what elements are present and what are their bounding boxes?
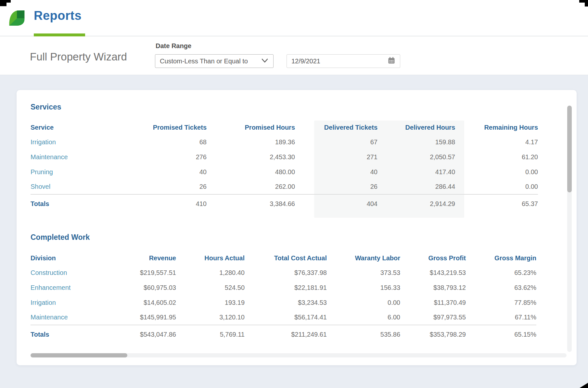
column-header: Revenue <box>97 251 176 265</box>
table-row: Pruning40480.0040417.400.00 <box>31 164 538 179</box>
date-range-type-value: Custom-Less Than or Equal to <box>160 58 248 65</box>
cell-value: 65.15% <box>466 325 536 344</box>
cell-value: 5,769.11 <box>176 325 245 344</box>
cell-value: 68 <box>128 135 207 149</box>
cell-value: 1,280.40 <box>176 265 245 280</box>
cell-value: 0.00 <box>455 164 538 179</box>
row-label-link[interactable]: Construction <box>31 265 97 280</box>
cell-value: 2,914.29 <box>377 194 455 213</box>
completed-work-table: DivisionRevenueHours ActualTotal Cost Ac… <box>31 251 536 344</box>
cell-value: 0.00 <box>455 179 538 194</box>
column-header: Promised Hours <box>207 120 295 135</box>
column-header: Division <box>31 251 97 265</box>
horizontal-scrollbar-track[interactable] <box>31 353 567 357</box>
vertical-scrollbar-thumb[interactable] <box>567 106 572 192</box>
cell-value: $22,181.91 <box>245 280 327 295</box>
cell-value: 77.85% <box>466 295 536 310</box>
date-range-type-select[interactable]: Custom-Less Than or Equal to <box>155 54 274 68</box>
table-row: Enhancement$60,975.03524.50$22,181.91156… <box>31 280 536 295</box>
table-row: Totals$543,047.865,769.11$211,249.61535.… <box>31 325 536 344</box>
table-row: Irrigation68189.3667159.884.17 <box>31 135 538 149</box>
horizontal-scrollbar-thumb[interactable] <box>31 353 127 357</box>
cell-value: 193.19 <box>176 295 245 310</box>
row-label-link[interactable]: Maintenance <box>31 310 97 325</box>
cell-value: 40 <box>128 164 207 179</box>
column-header: Total Cost Actual <box>245 251 327 265</box>
date-input[interactable]: 12/9/2021 <box>287 54 400 68</box>
row-label-link[interactable]: Irrigation <box>31 295 97 310</box>
row-label-link[interactable]: Pruning <box>31 164 128 179</box>
cell-value: 480.00 <box>207 164 295 179</box>
calendar-icon[interactable] <box>388 57 395 66</box>
app-header: Reports <box>0 0 588 36</box>
cell-value: 417.40 <box>377 164 455 179</box>
cell-value: $211,249.61 <box>245 325 327 344</box>
table-row: Shovel26262.0026286.440.00 <box>31 179 538 194</box>
cell-value: 271 <box>295 149 377 164</box>
cell-value: $56,174.41 <box>245 310 327 325</box>
cell-value: $11,370.49 <box>400 295 466 310</box>
cell-value: Totals <box>31 194 128 213</box>
column-header: Gross Margin <box>466 251 536 265</box>
cell-value: Totals <box>31 325 97 344</box>
cell-value: $143,219.53 <box>400 265 466 280</box>
cell-value: 524.50 <box>176 280 245 295</box>
column-header: Service <box>31 120 128 135</box>
cell-value: 535.86 <box>327 325 400 344</box>
row-label-link[interactable]: Enhancement <box>31 280 97 295</box>
screen-corner-artifact <box>580 383 588 388</box>
leaf-logo-icon[interactable] <box>9 9 25 27</box>
table-row: Maintenance2762,453.302712,050.5761.20 <box>31 149 538 164</box>
table-row: Construction$219,557.511,280.40$76,337.9… <box>31 265 536 280</box>
cell-value: $145,991.95 <box>97 310 176 325</box>
row-label-link[interactable]: Irrigation <box>31 135 128 149</box>
cell-value: 189.36 <box>207 135 295 149</box>
column-header: Remaining Hours <box>455 120 538 135</box>
screen-corner-artifact <box>0 0 6 6</box>
cell-value: $38,793.12 <box>400 280 466 295</box>
cell-value: 26 <box>128 179 207 194</box>
cell-value: 2,050.57 <box>377 149 455 164</box>
cell-value: $219,557.51 <box>97 265 176 280</box>
cell-value: 276 <box>128 149 207 164</box>
column-header: Gross Profit <box>400 251 466 265</box>
cell-value: 3,120.10 <box>176 310 245 325</box>
services-header-row: ServicePromised TicketsPromised HoursDel… <box>31 120 538 135</box>
report-name: Full Property Wizard <box>30 51 127 63</box>
column-header: Delivered Tickets <box>295 120 377 135</box>
cell-value: $60,975.03 <box>97 280 176 295</box>
cell-value: 40 <box>295 164 377 179</box>
cell-value: 373.53 <box>327 265 400 280</box>
page-title-reports: Reports <box>34 9 82 23</box>
services-table: ServicePromised TicketsPromised HoursDel… <box>31 120 538 213</box>
date-range-label: Date Range <box>156 42 191 50</box>
cell-value: 67 <box>295 135 377 149</box>
cell-value: 65.23% <box>466 265 536 280</box>
column-header: Delivered Hours <box>377 120 455 135</box>
completed-totals-row: Totals$543,047.865,769.11$211,249.61535.… <box>31 325 536 344</box>
cell-value: 3,384.66 <box>207 194 295 213</box>
column-header: Promised Tickets <box>128 120 207 135</box>
cell-value: $353,798.29 <box>400 325 466 344</box>
row-label-link[interactable]: Maintenance <box>31 149 128 164</box>
vertical-scrollbar-track[interactable] <box>567 106 572 352</box>
chevron-down-icon <box>261 58 269 65</box>
table-row: Totals4103,384.664042,914.2965.37 <box>31 194 538 213</box>
active-tab-underline <box>34 33 85 36</box>
cell-value: 262.00 <box>207 179 295 194</box>
table-row: Maintenance$145,991.953,120.10$56,174.41… <box>31 310 536 325</box>
completed-work-section-heading: Completed Work <box>31 233 90 242</box>
services-totals-row: Totals4103,384.664042,914.2965.37 <box>31 194 538 213</box>
screen-corner-artifact <box>585 0 588 6</box>
cell-value: 63.62% <box>466 280 536 295</box>
cell-value: $14,605.02 <box>97 295 176 310</box>
cell-value: 26 <box>295 179 377 194</box>
cell-value: 61.20 <box>455 149 538 164</box>
table-row: Irrigation$14,605.02193.19$3,234.530.00$… <box>31 295 536 310</box>
row-label-link[interactable]: Shovel <box>31 179 128 194</box>
cell-value: 65.37 <box>455 194 538 213</box>
cell-value: 286.44 <box>377 179 455 194</box>
cell-value: 159.88 <box>377 135 455 149</box>
cell-value: 6.00 <box>327 310 400 325</box>
date-value: 12/9/2021 <box>291 58 320 65</box>
